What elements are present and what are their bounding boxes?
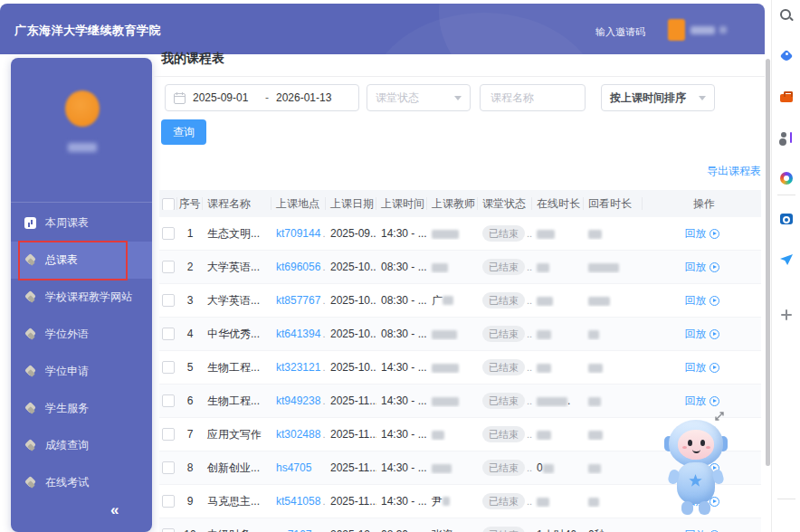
add-icon[interactable]	[779, 308, 794, 322]
redacted-value	[588, 397, 601, 406]
location-link[interactable]: kt709144	[276, 227, 320, 240]
column-header: 回看时长	[584, 197, 643, 210]
playback-link[interactable]: 回放	[685, 227, 719, 240]
location-link[interactable]: kt302488	[276, 428, 320, 441]
location-link[interactable]: vq7167	[276, 528, 311, 532]
search-icon[interactable]	[779, 8, 794, 23]
redacted-value	[443, 497, 450, 506]
class-status-select[interactable]: 课堂状态	[367, 84, 471, 111]
outlook-icon[interactable]	[779, 212, 794, 226]
mascot-eye	[688, 440, 692, 446]
status-cell: 已结束...	[478, 426, 532, 442]
date-range-picker[interactable]: 2025-09-01 - 2026-01-13	[165, 84, 359, 111]
avatar[interactable]	[65, 90, 100, 127]
sidebar-item[interactable]: 成绩查询	[11, 427, 152, 464]
row-checkbox[interactable]	[162, 294, 175, 307]
course-name-field[interactable]	[480, 84, 586, 111]
class-time: 08:30 - ...	[376, 294, 427, 307]
sidebar-item[interactable]: 学位外语	[11, 316, 152, 353]
location-link[interactable]: kt641394	[276, 328, 320, 340]
sidebar-item[interactable]: 学生服务	[11, 390, 152, 427]
playback-link[interactable]: 回放	[685, 294, 719, 307]
avatar	[668, 19, 685, 41]
site-title: 广东海洋大学继续教育学院	[14, 23, 161, 39]
status-badge: 已结束	[482, 326, 525, 342]
sidebar-item-label: 在线考试	[45, 475, 89, 490]
play-circle-icon	[710, 229, 719, 239]
chevron-down-icon	[454, 96, 462, 100]
table-row: 1生态文明...kt709144...2025-09...14:30 - ...…	[159, 217, 761, 251]
invite-code-button[interactable]: 输入邀请码	[595, 25, 645, 39]
playback-link[interactable]: 回放	[685, 261, 719, 273]
tag-icon[interactable]	[779, 49, 794, 63]
row-checkbox[interactable]	[162, 394, 175, 407]
sort-select[interactable]: 按上课时间排序	[601, 84, 715, 111]
online-duration: 1小时46...	[532, 527, 584, 532]
play-circle-icon	[710, 363, 719, 373]
send-icon[interactable]	[779, 252, 794, 267]
teacher-name: 广	[427, 293, 478, 309]
row-checkbox[interactable]	[162, 461, 175, 474]
location-link[interactable]: kt696056	[276, 261, 320, 273]
sidebar-item[interactable]: 学位申请	[11, 353, 152, 390]
sidebar-item[interactable]: 学校课程教学网站	[11, 279, 152, 316]
location-link[interactable]: hs4705	[276, 461, 311, 474]
gem-icon	[24, 439, 38, 453]
playback-link[interactable]: 回放	[685, 394, 719, 407]
sidebar-item[interactable]: 总课表	[11, 242, 152, 279]
row-checkbox[interactable]	[162, 261, 175, 273]
class-time: 14:30 - ...	[376, 495, 427, 508]
export-schedule-link[interactable]: 导出课程表	[707, 164, 761, 179]
course-name: 中级财务...	[203, 527, 271, 532]
location-link[interactable]: kt541058	[276, 495, 320, 508]
row-checkbox[interactable]	[162, 328, 175, 340]
row-number: 4	[177, 328, 203, 340]
gem-icon	[24, 290, 38, 305]
location-link[interactable]: kt323121	[276, 361, 320, 374]
row-checkbox[interactable]	[162, 361, 175, 374]
redacted-value	[432, 464, 452, 473]
column-header: 上课时间	[376, 197, 427, 210]
course-name-input[interactable]	[489, 90, 576, 105]
row-checkbox[interactable]	[162, 495, 175, 508]
calendar-chart-icon	[24, 216, 38, 231]
select-all-checkbox[interactable]	[162, 198, 175, 210]
location-link[interactable]: kt949238	[276, 394, 320, 407]
redacted-value	[537, 431, 551, 440]
row-checkbox[interactable]	[162, 227, 175, 240]
gem-icon	[24, 253, 38, 268]
search-button[interactable]: 查询	[161, 119, 206, 145]
row-checkbox[interactable]	[162, 428, 175, 441]
table-row: 6生物工程...kt949238...2025-11...14:30 - ...…	[159, 385, 761, 418]
redacted-value	[588, 364, 603, 373]
sidebar-item[interactable]: 在线考试	[11, 464, 152, 501]
playback-link[interactable]: 回放	[685, 528, 719, 532]
editor-icon[interactable]	[779, 130, 794, 145]
designer-icon[interactable]	[779, 171, 794, 185]
course-name: 生物工程...	[203, 394, 271, 409]
location-link[interactable]: kt857767	[276, 294, 320, 307]
gem-icon	[24, 365, 38, 379]
sidebar-collapse-button[interactable]: «	[110, 501, 118, 519]
row-number: 9	[177, 495, 203, 508]
status-cell: 已结束...	[478, 393, 532, 409]
playback-duration	[584, 461, 643, 474]
sidebar: 本周课表总课表学校课程教学网站学位外语学位申请学生服务成绩查询在线考试 «	[11, 58, 152, 532]
playback-link[interactable]: 回放	[685, 328, 719, 340]
class-time: 14:30 - ...	[376, 394, 427, 407]
playback-duration	[584, 227, 643, 240]
sidebar-item[interactable]: 本周课表	[11, 204, 152, 242]
column-header: 课程名称	[203, 197, 271, 210]
vertical-scrollbar[interactable]	[766, 59, 770, 466]
toolbox-icon[interactable]	[779, 90, 794, 104]
play-circle-icon	[710, 329, 719, 339]
row-checkbox[interactable]	[162, 528, 175, 532]
account-menu[interactable]	[668, 17, 727, 43]
assistant-mascot[interactable]	[653, 420, 740, 518]
playback-link[interactable]: 回放	[685, 361, 719, 374]
browser-side-panel	[771, 0, 800, 532]
class-time: 14:30 - ...	[376, 461, 427, 474]
playback-duration: 0秒	[584, 527, 643, 532]
status-cell: 已结束...	[478, 259, 532, 275]
status-cell: 已结束...	[478, 359, 532, 375]
